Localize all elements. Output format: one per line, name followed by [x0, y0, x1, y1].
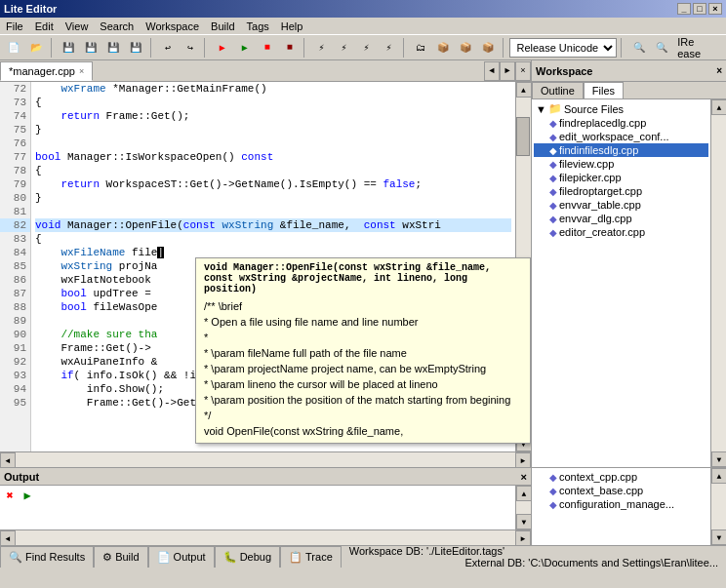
tab-manager-cpp[interactable]: *manager.cpp × — [0, 61, 93, 81]
tree-file-3[interactable]: ◆ fileview.cpp — [534, 157, 708, 171]
ws-lower-up[interactable]: ▲ — [711, 468, 726, 484]
toolbar-b2[interactable]: ⚡ — [334, 37, 354, 59]
toolbar-stop2[interactable]: ■ — [279, 37, 300, 59]
ws-lower-down[interactable]: ▼ — [711, 529, 726, 545]
workspace-close-button[interactable]: × — [716, 65, 722, 76]
toolbar-b6[interactable]: 📦 — [456, 37, 476, 59]
ac-line-0: /** \brief — [204, 298, 522, 314]
menu-workspace[interactable]: Workspace — [140, 20, 205, 33]
output-scroll-track[interactable] — [516, 501, 531, 514]
menu-file[interactable]: File — [0, 20, 29, 33]
tab-scroll-left[interactable]: ◄ — [484, 61, 500, 81]
ws-lower-track[interactable] — [711, 484, 726, 529]
tab-bar: *manager.cpp × ◄ ► × — [0, 60, 531, 82]
toolbar-stop[interactable]: ■ — [257, 37, 277, 59]
bottom-tab-debug[interactable]: 🐛 Debug — [215, 546, 280, 568]
hscroll-left-button[interactable]: ◄ — [0, 452, 16, 468]
toolbar-workspace[interactable]: 🗂 — [411, 37, 431, 59]
toolbar-new[interactable]: 📄 — [4, 37, 24, 59]
tree-folder-source[interactable]: ▼ 📁 Source Files — [534, 101, 708, 116]
tree-file-5[interactable]: ◆ filedroptarget.cpp — [534, 184, 708, 198]
tab-close-button[interactable]: × — [79, 66, 84, 76]
tab-close-all[interactable]: × — [515, 61, 531, 81]
menu-view[interactable]: View — [60, 20, 95, 33]
bottom-tab-find[interactable]: 🔍 Find Results — [0, 546, 94, 568]
menu-help[interactable]: Help — [275, 20, 309, 33]
scroll-up-button[interactable]: ▲ — [516, 82, 532, 98]
status-bar: 🔍 Find Results ⚙ Build 📄 Output 🐛 Debug … — [0, 545, 726, 567]
file-icon-5: ◆ — [549, 186, 557, 197]
ac-line-6: * \param position the position of the ma… — [204, 392, 522, 408]
build-icon: ⚙ — [102, 551, 112, 564]
tab-scroll-right[interactable]: ► — [500, 61, 515, 81]
toolbar-search2[interactable]: 🔍 — [651, 37, 671, 59]
close-button[interactable]: × — [708, 3, 722, 15]
toolbar-undo[interactable]: ↩ — [158, 37, 179, 59]
file-icon-1: ◆ — [549, 132, 557, 142]
ws-tab-files[interactable]: Files — [584, 82, 624, 98]
menu-search[interactable]: Search — [94, 20, 140, 33]
output-scroll-up[interactable]: ▲ — [516, 486, 532, 501]
menu-tags[interactable]: Tags — [241, 20, 275, 33]
toolbar-b1[interactable]: ⚡ — [311, 37, 332, 59]
output-clear-button[interactable]: ✖ — [2, 488, 18, 503]
menu-build[interactable]: Build — [205, 20, 240, 33]
toolbar-b4[interactable]: ⚡ — [379, 37, 399, 59]
ws-scroll-down[interactable]: ▼ — [711, 451, 726, 467]
toolbar-open[interactable]: 📂 — [26, 37, 47, 59]
toolbar-run2[interactable]: ▶ — [234, 37, 255, 59]
ws-tab-outline[interactable]: Outline — [532, 82, 584, 98]
file-icon-0: ◆ — [549, 118, 557, 129]
toolbar-search1[interactable]: 🔍 — [628, 37, 649, 59]
tree-extra-2[interactable]: ◆ configuration_manage... — [534, 497, 708, 511]
ws-scroll-up[interactable]: ▲ — [711, 99, 726, 115]
tree-extra-label-2: configuration_manage... — [559, 498, 674, 510]
find-results-icon: 🔍 — [9, 551, 22, 564]
tree-file-0[interactable]: ◆ findreplacedlg.cpp — [534, 116, 708, 130]
output-scroll-down[interactable]: ▼ — [516, 514, 532, 529]
output-hscroll-track[interactable] — [16, 530, 515, 545]
bottom-tab-output[interactable]: 📄 Output — [148, 546, 215, 568]
tree-file-2[interactable]: ◆ findinfilesdlg.cpp — [534, 143, 708, 157]
workspace-lower-scrollbar: ▲ ▼ — [710, 468, 726, 545]
toolbar-save1[interactable]: 💾 — [59, 37, 79, 59]
tree-extra-1[interactable]: ◆ context_base.cpp — [534, 484, 708, 497]
tab-label: *manager.cpp — [9, 65, 75, 77]
line-num-80: 80 — [0, 191, 30, 205]
hscroll-right-button[interactable]: ► — [515, 452, 531, 468]
output-hscroll-left[interactable]: ◄ — [0, 530, 16, 546]
tree-file-7[interactable]: ◆ envvar_dlg.cpp — [534, 212, 708, 225]
trace-label: Trace — [305, 551, 333, 563]
toolbar-b5[interactable]: 📦 — [433, 37, 454, 59]
hscroll-track[interactable] — [16, 452, 515, 467]
ac-line-4: * \param projectName project name, can b… — [204, 361, 522, 376]
output-close-icon[interactable]: × — [521, 471, 527, 483]
tree-extra-0[interactable]: ◆ context_cpp.cpp — [534, 470, 708, 484]
output-run-button[interactable]: ▶ — [20, 488, 35, 503]
tree-file-1[interactable]: ◆ edit_workspace_conf... — [534, 130, 708, 143]
toolbar-save4[interactable]: 💾 — [126, 37, 146, 59]
tree-file-6[interactable]: ◆ envvar_table.cpp — [534, 198, 708, 212]
toolbar-save3[interactable]: 💾 — [103, 37, 124, 59]
line-num-81: 81 — [0, 205, 30, 218]
toolbar-b7[interactable]: 📦 — [478, 37, 499, 59]
file-icon-2: ◆ — [549, 145, 557, 156]
tree-extra-icon-0: ◆ — [549, 472, 557, 483]
toolbar-run[interactable]: ▶ — [212, 37, 232, 59]
toolbar-sep4 — [303, 38, 307, 58]
toolbar-b3[interactable]: ⚡ — [356, 37, 377, 59]
toolbar-redo[interactable]: ↪ — [180, 37, 200, 59]
ws-scroll-track[interactable] — [711, 115, 726, 451]
bottom-tab-trace[interactable]: 📋 Trace — [280, 546, 342, 568]
build-config-dropdown[interactable]: Release Unicode — [509, 38, 617, 58]
scroll-thumb[interactable] — [516, 117, 530, 156]
maximize-button[interactable]: □ — [693, 3, 706, 15]
tree-file-8[interactable]: ◆ editor_creator.cpp — [534, 225, 708, 239]
toolbar: 📄 📂 💾 💾 💾 💾 ↩ ↪ ▶ ▶ ■ ■ ⚡ ⚡ ⚡ ⚡ 🗂 📦 📦 📦 … — [0, 35, 726, 60]
bottom-tab-build[interactable]: ⚙ Build — [94, 546, 147, 568]
menu-edit[interactable]: Edit — [29, 20, 60, 33]
tree-file-4[interactable]: ◆ filepicker.cpp — [534, 171, 708, 184]
minimize-button[interactable]: _ — [677, 3, 691, 15]
line-num-94: 94 — [0, 382, 30, 396]
toolbar-save2[interactable]: 💾 — [81, 37, 101, 59]
